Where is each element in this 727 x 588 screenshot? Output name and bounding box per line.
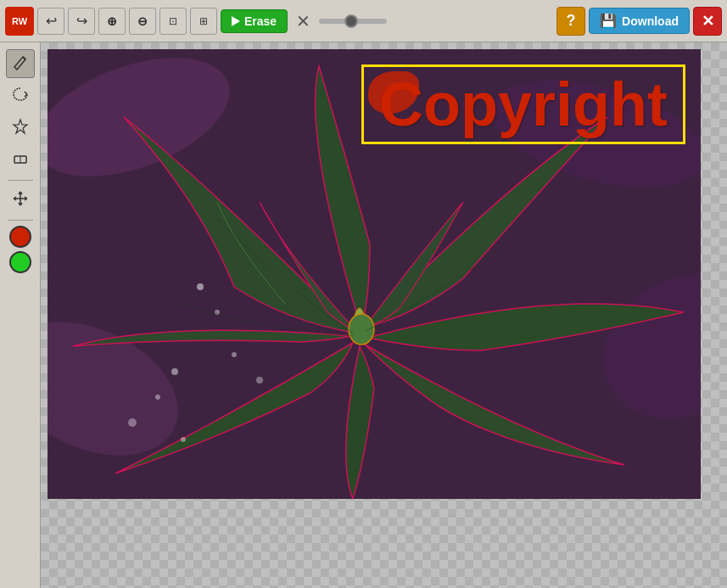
svg-point-12 (155, 395, 160, 400)
foreground-color[interactable] (9, 226, 31, 248)
image-container: Copyright (48, 49, 701, 499)
canvas-area[interactable]: Copyright (41, 42, 727, 588)
window-close-button[interactable]: ✕ (693, 7, 722, 36)
cancel-icon: ✕ (296, 12, 310, 31)
erase-label: Erase (244, 14, 277, 28)
left-sidebar (0, 42, 41, 588)
download-button[interactable]: 💾 Download (589, 8, 690, 34)
svg-point-8 (349, 314, 374, 344)
eraser-icon (12, 150, 29, 171)
zoom-out-icon: ⊖ (137, 14, 148, 28)
zoom-actual-icon: ⊞ (199, 15, 208, 27)
magic-wand-icon (12, 118, 29, 139)
sidebar-separator-2 (8, 220, 33, 221)
svg-point-15 (232, 352, 237, 357)
zoom-fit-button[interactable]: ⊡ (159, 8, 187, 35)
cancel-button[interactable]: ✕ (291, 9, 316, 33)
help-icon: ? (567, 12, 576, 30)
main-area: Copyright (0, 42, 727, 588)
zoom-slider-track[interactable] (319, 19, 387, 24)
zoom-in-button[interactable]: ⊕ (98, 8, 126, 35)
zoom-actual-button[interactable]: ⊞ (190, 8, 217, 35)
download-icon: 💾 (600, 13, 617, 29)
redo-icon: ↪ (76, 13, 87, 29)
undo-icon: ↩ (46, 13, 57, 29)
download-label: Download (622, 14, 679, 28)
magic-wand-tool[interactable] (6, 114, 35, 143)
app-logo: RW (5, 7, 34, 36)
window-close-icon: ✕ (702, 12, 714, 31)
brush-tool[interactable] (6, 49, 35, 78)
play-icon (232, 16, 240, 26)
lasso-tool[interactable] (6, 81, 35, 110)
main-toolbar: RW ↩ ↪ ⊕ ⊖ ⊡ ⊞ Erase ✕ ? 💾 Download ✕ (0, 0, 727, 42)
sidebar-separator (8, 180, 33, 181)
move-icon (12, 190, 29, 211)
svg-point-14 (181, 437, 186, 442)
zoom-in-icon: ⊕ (107, 14, 117, 28)
app-logo-text: RW (12, 16, 27, 26)
help-button[interactable]: ? (556, 7, 585, 36)
svg-point-16 (256, 377, 263, 384)
lasso-icon (12, 86, 29, 107)
zoom-fit-icon: ⊡ (169, 15, 177, 27)
zoom-slider-thumb[interactable] (344, 14, 358, 28)
zoom-slider-container (319, 19, 387, 24)
eraser-tool[interactable] (6, 146, 35, 175)
svg-marker-0 (14, 120, 27, 133)
move-tool[interactable] (6, 186, 35, 215)
zoom-out-button[interactable]: ⊖ (129, 8, 156, 35)
undo-button[interactable]: ↩ (37, 8, 64, 35)
plant-image: Copyright (48, 49, 701, 499)
redo-button[interactable]: ↪ (68, 8, 95, 35)
erase-button[interactable]: Erase (221, 9, 288, 33)
svg-point-11 (171, 368, 178, 375)
brush-icon (12, 53, 29, 75)
svg-point-9 (197, 283, 204, 290)
svg-point-13 (128, 418, 137, 427)
background-color[interactable] (9, 251, 31, 273)
